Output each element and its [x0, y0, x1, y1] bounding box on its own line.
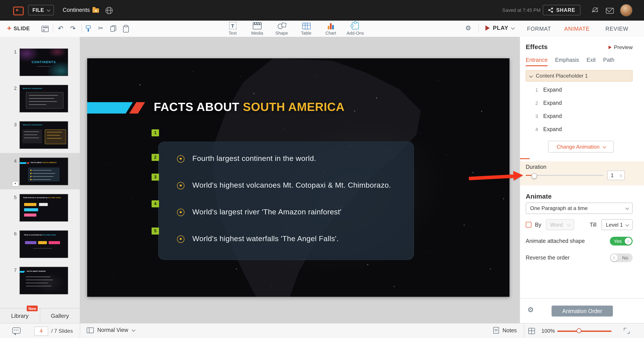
document-title[interactable]: Continents — [63, 7, 90, 13]
tab-format[interactable]: FORMAT — [527, 26, 551, 32]
notes-button[interactable]: Notes — [493, 327, 517, 333]
user-avatar[interactable] — [620, 4, 632, 17]
duration-slider-handle[interactable] — [532, 173, 537, 179]
slide-thumbnail[interactable]: CONTINENTS — [19, 48, 68, 76]
by-checkbox[interactable] — [526, 222, 532, 227]
gallery-tab[interactable]: Gallery — [40, 309, 80, 323]
animation-item-3[interactable]: 3 Expand — [526, 110, 632, 123]
animation-index: 4 — [535, 127, 539, 132]
duration-input[interactable]: 1 s — [607, 171, 625, 180]
tab-path[interactable]: Path — [603, 57, 614, 66]
app-logo-icon[interactable] — [13, 7, 24, 15]
cut-icon[interactable]: ✂ — [98, 25, 103, 32]
slide-thumbnail-row-2[interactable]: 2 What are Continents? — [0, 80, 80, 117]
insert-chart-button[interactable]: Chart — [320, 22, 341, 36]
duration-slider[interactable] — [526, 175, 604, 176]
insert-table-button[interactable]: Table — [296, 22, 317, 36]
slide-thumbnail-row-1[interactable]: 1 CONTINENTS — [0, 44, 80, 80]
animation-item-2[interactable]: 2 Expand — [526, 96, 632, 110]
animation-indicator-badge[interactable]: ✦ — [12, 181, 19, 187]
slide-editor[interactable]: FACTS ABOUTSOUTH AMERICA 1 2 3 4 5 Fourt… — [87, 58, 510, 297]
redo-icon[interactable]: ↷ — [70, 25, 76, 32]
play-icon — [486, 25, 490, 31]
change-animation-button[interactable]: Change Animation — [548, 141, 614, 153]
chevron-down-icon — [46, 8, 50, 12]
insert-media-button[interactable]: Media — [247, 22, 268, 36]
animation-order-badge-3[interactable]: 3 — [152, 174, 159, 181]
slide-thumbnail[interactable]: FACTS ABOUT EUROPE — [19, 266, 68, 295]
insert-addons-button[interactable]: Add-Ons — [345, 22, 366, 36]
insert-text-button[interactable]: T Text — [222, 22, 243, 36]
tab-entrance[interactable]: Entrance — [526, 57, 548, 66]
slide-thumbnail[interactable]: What are Continents? — [19, 85, 68, 113]
slide-thumbnail[interactable]: Africa is surrounded by three water bodi… — [19, 230, 68, 258]
animation-order-badge-1[interactable]: 1 — [152, 129, 159, 136]
paste-icon[interactable] — [123, 26, 129, 33]
by-unit-select-disabled[interactable]: Word — [546, 219, 574, 230]
insert-shape-button[interactable]: Shape — [271, 22, 292, 36]
notes-icon — [493, 327, 499, 333]
preview-button[interactable]: Preview — [609, 44, 632, 51]
current-slide-input[interactable]: 4 — [34, 326, 48, 336]
title-decoration — [87, 102, 148, 114]
status-bar: 4 / 7 Slides Normal View Notes 100% — [0, 323, 644, 338]
insert-chart-label: Chart — [326, 31, 336, 36]
settings-gear-icon[interactable]: ⚙ — [465, 24, 471, 32]
fit-to-screen-icon[interactable] — [624, 328, 630, 333]
move-to-folder-icon[interactable] — [92, 8, 99, 13]
thumb-title: CONTINENTS — [20, 61, 68, 64]
new-slide-button[interactable]: + SLIDE — [7, 25, 30, 32]
attached-shape-toggle[interactable]: Yes — [610, 237, 632, 245]
animation-item-1[interactable]: 1 Expand — [526, 83, 632, 96]
feedback-icon[interactable] — [606, 8, 614, 14]
view-mode-select[interactable]: Normal View — [87, 327, 134, 333]
chevron-down-icon — [529, 74, 533, 78]
share-button[interactable]: SHARE — [542, 5, 580, 15]
announcements-icon[interactable] — [592, 7, 598, 13]
bullet-item[interactable]: World's largest river 'The Amazon rainfo… — [177, 207, 342, 217]
animation-item-4[interactable]: 4 Expand — [526, 123, 632, 136]
copy-icon[interactable] — [110, 26, 116, 32]
slide-thumbnail-row-6[interactable]: 6 Africa is surrounded by three water bo… — [0, 226, 80, 262]
slide-thumbnail-row-4-selected[interactable]: 4 FACTS ABOUT SOUTH AMERICA ✦ — [0, 153, 80, 189]
by-unit-value: Word — [550, 222, 563, 228]
slide-title[interactable]: FACTS ABOUTSOUTH AMERICA — [154, 100, 344, 114]
tab-exit[interactable]: Exit — [586, 57, 596, 66]
publish-globe-icon[interactable] — [106, 7, 112, 14]
animation-order-badge-4[interactable]: 4 — [152, 200, 159, 207]
bullet-item[interactable]: World's highest volcanoes Mt. Cotopaxi &… — [177, 180, 391, 191]
slide-layout-icon[interactable] — [42, 26, 49, 32]
slide-sidebar: 1 CONTINENTS 2 What are Continents? — [0, 37, 80, 323]
file-menu-button[interactable]: FILE — [28, 5, 54, 15]
reverse-order-toggle[interactable]: No — [610, 253, 632, 262]
zoom-slider[interactable] — [557, 330, 612, 332]
animation-order-badge-5[interactable]: 5 — [152, 227, 159, 234]
slide-thumbnail-row-7[interactable]: 7 FACTS ABOUT EUROPE — [0, 262, 80, 298]
starfield — [87, 58, 88, 59]
animation-order-badge-2[interactable]: 2 — [152, 154, 159, 161]
slide-thumbnail[interactable]: FACTS ABOUT SOUTH AMERICA — [19, 157, 68, 185]
animation-settings-gear-icon[interactable]: ⚙ — [528, 305, 534, 314]
paragraph-mode-select[interactable]: One Paragraph at a time — [526, 203, 632, 214]
bullet-item[interactable]: World's highest waterfalls 'The Angel Fa… — [177, 234, 339, 244]
tab-review[interactable]: REVIEW — [606, 26, 628, 32]
till-level-select[interactable]: Level 1 — [602, 219, 632, 230]
zoom-slider-handle[interactable] — [576, 328, 581, 333]
slide-sorter-icon[interactable] — [528, 328, 535, 334]
bullet-item[interactable]: Fourth largest continent in the world. — [177, 153, 316, 164]
slide-thumbnail-row-5[interactable]: 5 South America is surrounded by four wa… — [0, 189, 80, 226]
slide-thumbnail-row-3[interactable]: 3 What are Continents? — [0, 117, 80, 153]
format-painter-icon[interactable] — [86, 26, 91, 32]
slide-thumbnail[interactable]: What are Continents? — [19, 121, 68, 149]
tab-emphasis[interactable]: Emphasis — [555, 57, 579, 66]
chevron-down-icon — [132, 328, 135, 332]
content-placeholder-group[interactable]: Content Placeholder 1 — [526, 70, 632, 82]
tab-animate[interactable]: ANIMATE — [564, 26, 590, 32]
slide-thumbnail[interactable]: South America is surrounded by four wate… — [19, 194, 68, 222]
undo-icon[interactable]: ↶ — [58, 25, 63, 32]
puzzle-icon — [352, 22, 359, 29]
animation-order-button[interactable]: Animation Order — [552, 305, 613, 316]
play-button[interactable]: PLAY — [486, 25, 514, 31]
library-tab[interactable]: Library New — [0, 309, 40, 323]
chat-feedback-icon[interactable] — [12, 327, 20, 333]
